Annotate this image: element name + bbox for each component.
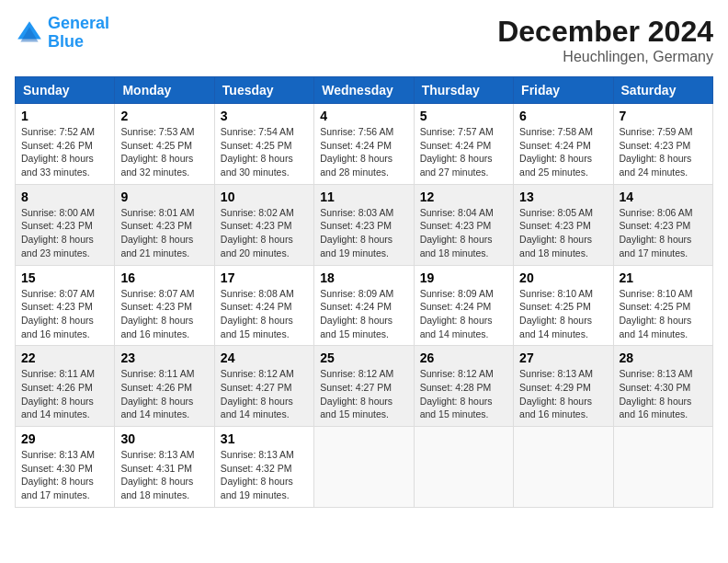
table-row: 30Sunrise: 8:13 AMSunset: 4:31 PMDayligh… [115, 427, 214, 508]
day-info: Sunrise: 8:13 AMSunset: 4:29 PMDaylight:… [519, 367, 607, 421]
day-number: 3 [221, 109, 308, 123]
day-info: Sunrise: 8:11 AMSunset: 4:26 PMDaylight:… [120, 367, 208, 421]
table-row: 11Sunrise: 8:03 AMSunset: 4:23 PMDayligh… [314, 184, 414, 265]
col-thursday: Thursday [414, 77, 513, 104]
day-info: Sunrise: 8:07 AMSunset: 4:23 PMDaylight:… [120, 287, 208, 341]
table-row: 12Sunrise: 8:04 AMSunset: 4:23 PMDayligh… [414, 184, 513, 265]
day-info: Sunrise: 8:13 AMSunset: 4:31 PMDaylight:… [120, 448, 208, 502]
logo-icon [15, 18, 44, 48]
table-row: 22Sunrise: 8:11 AMSunset: 4:26 PMDayligh… [16, 346, 115, 427]
table-row: 4Sunrise: 7:56 AMSunset: 4:24 PMDaylight… [314, 104, 414, 185]
day-number: 26 [420, 350, 507, 365]
page-header: General Blue December 2024 Heuchlingen, … [15, 15, 713, 65]
table-row: 28Sunrise: 8:13 AMSunset: 4:30 PMDayligh… [613, 346, 712, 427]
day-number: 23 [120, 350, 208, 365]
calendar-week-row: 15Sunrise: 8:07 AMSunset: 4:23 PMDayligh… [16, 265, 713, 346]
day-number: 9 [120, 190, 208, 204]
day-number: 12 [420, 190, 507, 204]
table-row: 9Sunrise: 8:01 AMSunset: 4:23 PMDaylight… [115, 184, 214, 265]
table-row: 1Sunrise: 7:52 AMSunset: 4:26 PMDaylight… [16, 104, 115, 185]
day-info: Sunrise: 7:52 AMSunset: 4:26 PMDaylight:… [21, 125, 108, 179]
table-row: 17Sunrise: 8:08 AMSunset: 4:24 PMDayligh… [214, 265, 313, 346]
day-number: 8 [21, 190, 108, 204]
table-row: 5Sunrise: 7:57 AMSunset: 4:24 PMDaylight… [414, 104, 513, 185]
table-row [613, 427, 712, 508]
col-tuesday: Tuesday [214, 77, 313, 104]
day-info: Sunrise: 8:12 AMSunset: 4:27 PMDaylight:… [221, 367, 308, 421]
day-info: Sunrise: 8:06 AMSunset: 4:23 PMDaylight:… [620, 206, 707, 260]
table-row: 25Sunrise: 8:12 AMSunset: 4:27 PMDayligh… [314, 346, 414, 427]
day-info: Sunrise: 8:07 AMSunset: 4:23 PMDaylight:… [21, 287, 108, 341]
table-row: 6Sunrise: 7:58 AMSunset: 4:24 PMDaylight… [514, 104, 613, 185]
table-row [314, 427, 414, 508]
table-row [414, 427, 513, 508]
table-row: 31Sunrise: 8:13 AMSunset: 4:32 PMDayligh… [214, 427, 313, 508]
table-row: 13Sunrise: 8:05 AMSunset: 4:23 PMDayligh… [514, 184, 613, 265]
day-info: Sunrise: 8:00 AMSunset: 4:23 PMDaylight:… [21, 206, 108, 260]
table-row: 10Sunrise: 8:02 AMSunset: 4:23 PMDayligh… [214, 184, 313, 265]
day-info: Sunrise: 7:57 AMSunset: 4:24 PMDaylight:… [420, 125, 507, 179]
table-row: 26Sunrise: 8:12 AMSunset: 4:28 PMDayligh… [414, 346, 513, 427]
day-number: 29 [21, 431, 108, 446]
day-number: 15 [21, 270, 108, 285]
day-info: Sunrise: 8:09 AMSunset: 4:24 PMDaylight:… [320, 287, 407, 341]
col-sunday: Sunday [16, 77, 115, 104]
day-number: 16 [120, 270, 208, 285]
day-number: 14 [620, 190, 707, 204]
day-number: 20 [519, 270, 607, 285]
day-info: Sunrise: 8:01 AMSunset: 4:23 PMDaylight:… [120, 206, 208, 260]
day-info: Sunrise: 8:10 AMSunset: 4:25 PMDaylight:… [620, 287, 707, 341]
table-row: 8Sunrise: 8:00 AMSunset: 4:23 PMDaylight… [16, 184, 115, 265]
day-number: 30 [120, 431, 208, 446]
day-number: 28 [620, 350, 707, 365]
day-info: Sunrise: 7:58 AMSunset: 4:24 PMDaylight:… [519, 125, 607, 179]
day-info: Sunrise: 8:13 AMSunset: 4:30 PMDaylight:… [620, 367, 707, 421]
day-number: 11 [320, 190, 407, 204]
day-info: Sunrise: 7:53 AMSunset: 4:25 PMDaylight:… [120, 125, 208, 179]
day-number: 7 [620, 109, 707, 123]
calendar-week-row: 8Sunrise: 8:00 AMSunset: 4:23 PMDaylight… [16, 184, 713, 265]
table-row: 23Sunrise: 8:11 AMSunset: 4:26 PMDayligh… [115, 346, 214, 427]
table-row [514, 427, 613, 508]
table-row: 24Sunrise: 8:12 AMSunset: 4:27 PMDayligh… [214, 346, 313, 427]
day-info: Sunrise: 8:11 AMSunset: 4:26 PMDaylight:… [21, 367, 108, 421]
calendar-subtitle: Heuchlingen, Germany [497, 49, 713, 65]
day-number: 27 [519, 350, 607, 365]
day-info: Sunrise: 8:04 AMSunset: 4:23 PMDaylight:… [420, 206, 507, 260]
day-info: Sunrise: 7:59 AMSunset: 4:23 PMDaylight:… [620, 125, 707, 179]
table-row: 3Sunrise: 7:54 AMSunset: 4:25 PMDaylight… [214, 104, 313, 185]
col-friday: Friday [514, 77, 613, 104]
calendar-week-row: 29Sunrise: 8:13 AMSunset: 4:30 PMDayligh… [16, 427, 713, 508]
table-row: 14Sunrise: 8:06 AMSunset: 4:23 PMDayligh… [613, 184, 712, 265]
day-number: 13 [519, 190, 607, 204]
table-row: 18Sunrise: 8:09 AMSunset: 4:24 PMDayligh… [314, 265, 414, 346]
calendar-title: December 2024 [497, 15, 713, 49]
day-number: 17 [221, 270, 308, 285]
table-row: 15Sunrise: 8:07 AMSunset: 4:23 PMDayligh… [16, 265, 115, 346]
day-info: Sunrise: 8:12 AMSunset: 4:27 PMDaylight:… [320, 367, 407, 421]
calendar-header-row: Sunday Monday Tuesday Wednesday Thursday… [16, 77, 713, 104]
day-number: 4 [320, 109, 407, 123]
day-number: 1 [21, 109, 108, 123]
table-row: 19Sunrise: 8:09 AMSunset: 4:24 PMDayligh… [414, 265, 513, 346]
day-number: 5 [420, 109, 507, 123]
calendar-week-row: 22Sunrise: 8:11 AMSunset: 4:26 PMDayligh… [16, 346, 713, 427]
logo-text: General Blue [48, 15, 109, 52]
day-info: Sunrise: 7:56 AMSunset: 4:24 PMDaylight:… [320, 125, 407, 179]
calendar-week-row: 1Sunrise: 7:52 AMSunset: 4:26 PMDaylight… [16, 104, 713, 185]
day-number: 6 [519, 109, 607, 123]
day-number: 22 [21, 350, 108, 365]
table-row: 16Sunrise: 8:07 AMSunset: 4:23 PMDayligh… [115, 265, 214, 346]
day-number: 31 [221, 431, 308, 446]
day-info: Sunrise: 8:02 AMSunset: 4:23 PMDaylight:… [221, 206, 308, 260]
day-number: 19 [420, 270, 507, 285]
title-block: December 2024 Heuchlingen, Germany [497, 15, 713, 65]
day-info: Sunrise: 8:12 AMSunset: 4:28 PMDaylight:… [420, 367, 507, 421]
col-saturday: Saturday [613, 77, 712, 104]
day-info: Sunrise: 8:13 AMSunset: 4:30 PMDaylight:… [21, 448, 108, 502]
day-number: 25 [320, 350, 407, 365]
table-row: 21Sunrise: 8:10 AMSunset: 4:25 PMDayligh… [613, 265, 712, 346]
col-wednesday: Wednesday [314, 77, 414, 104]
table-row: 7Sunrise: 7:59 AMSunset: 4:23 PMDaylight… [613, 104, 712, 185]
day-info: Sunrise: 8:10 AMSunset: 4:25 PMDaylight:… [519, 287, 607, 341]
